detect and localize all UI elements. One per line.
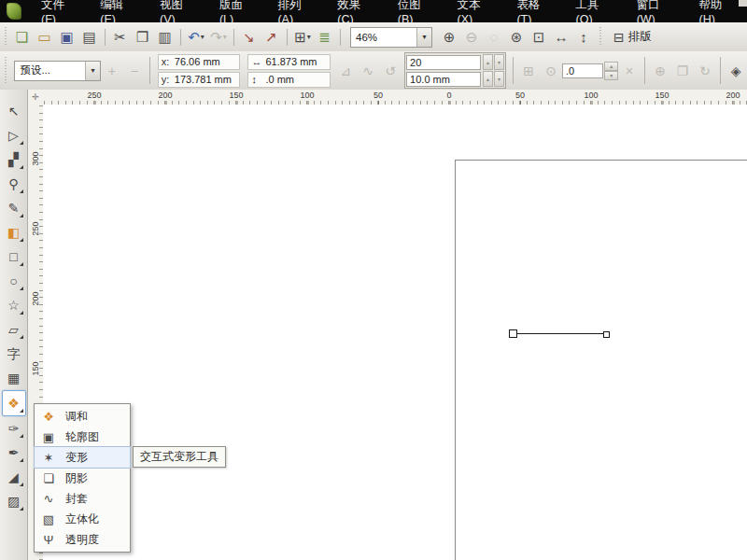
- toolbox: ↖ ▷ ▞ ⚲ ✎ ◧ □: [0, 90, 28, 560]
- flyout-transparency[interactable]: Ψ 透明度: [35, 529, 130, 550]
- random-distortion-icon[interactable]: ⊞: [519, 61, 538, 81]
- polygon-tool[interactable]: ☆: [3, 293, 25, 317]
- delete-preset-button[interactable]: −: [125, 61, 144, 81]
- smart-fill-tool[interactable]: ◧: [3, 220, 25, 245]
- preset-value: 预设...: [15, 63, 84, 77]
- welcome-screen-button[interactable]: ≣: [315, 26, 335, 49]
- add-preset-button[interactable]: +: [103, 61, 121, 81]
- flyout-contour[interactable]: ▣ 轮廓图: [35, 427, 130, 447]
- copy-button[interactable]: ❐: [133, 26, 153, 49]
- preset-combobox[interactable]: 预设... ▾: [14, 61, 100, 81]
- x-position-field[interactable]: x: 76.06 mm: [158, 54, 241, 70]
- menu-file[interactable]: 文件(F): [29, 0, 88, 22]
- twister-distortion-icon[interactable]: ↺: [381, 61, 400, 81]
- text-tool[interactable]: 字: [3, 342, 25, 366]
- center-distortion-icon[interactable]: ↻: [696, 61, 714, 81]
- zipper-distortion-icon[interactable]: ∿: [359, 61, 377, 81]
- zoom-out-button[interactable]: ⊖: [461, 26, 482, 49]
- zoom-level-combobox[interactable]: 46% ▾: [350, 27, 432, 48]
- clear-distortion-button[interactable]: ×: [620, 61, 639, 81]
- angle-field[interactable]: .0: [562, 63, 603, 78]
- layout-docker-button[interactable]: ⊟ 排版: [610, 27, 655, 47]
- blend-tool[interactable]: ❖: [2, 390, 26, 416]
- application-launcher-button[interactable]: ⊞ ▾: [292, 26, 313, 49]
- object-height-field[interactable]: ↕ .0 mm: [247, 72, 331, 88]
- table-tool[interactable]: ▦: [3, 366, 25, 390]
- menu-edit[interactable]: 编辑(E): [88, 0, 148, 22]
- print-button[interactable]: ▤: [79, 26, 100, 49]
- toolbar-grip[interactable]: [3, 57, 7, 84]
- rectangle-tool[interactable]: □: [3, 245, 25, 269]
- object-width-field[interactable]: ↔ 61.873 mm: [247, 54, 331, 70]
- convert-to-curves-button[interactable]: ◈: [726, 61, 745, 81]
- amplitude-spinner[interactable]: ▴▾: [482, 54, 504, 70]
- chevron-down-icon[interactable]: ▾: [85, 62, 100, 80]
- drawing-canvas[interactable]: [43, 105, 747, 560]
- menu-bitmaps[interactable]: 位图(B): [386, 0, 445, 22]
- amplitude-value: 20: [410, 57, 421, 68]
- menu-layout[interactable]: 版面(L): [207, 0, 266, 22]
- line-start-node[interactable]: [509, 329, 517, 338]
- toolbar-button[interactable]: [287, 29, 288, 46]
- import-button[interactable]: ↘: [239, 26, 260, 49]
- zoom-to-width-button[interactable]: ↔: [551, 26, 571, 49]
- basic-shapes-tool[interactable]: ▱: [3, 317, 25, 342]
- angle-spinner[interactable]: ▴▾: [604, 62, 618, 80]
- freehand-tool[interactable]: ✎: [3, 196, 25, 220]
- menu-arrange[interactable]: 排列(A): [265, 0, 325, 22]
- add-new-distortion-icon[interactable]: ⊕: [651, 61, 669, 81]
- toolbar-button[interactable]: [340, 29, 341, 46]
- menu-window[interactable]: 窗口(W): [625, 0, 687, 22]
- ellipse-tool[interactable]: ○: [3, 269, 25, 293]
- zoom-to-all-button[interactable]: ⊛: [506, 26, 527, 49]
- shape-tool[interactable]: ▷: [3, 123, 25, 147]
- menu-text[interactable]: 文本(X): [445, 0, 505, 22]
- undo-button[interactable]: ↶ ▾: [186, 26, 206, 49]
- save-button[interactable]: ▣: [57, 26, 78, 49]
- redo-button[interactable]: ↷ ▾: [208, 26, 229, 49]
- zoom-to-height-button[interactable]: ↕: [573, 26, 594, 49]
- menu-tools[interactable]: 工具(O): [564, 0, 625, 22]
- toolbar-button[interactable]: [105, 29, 106, 46]
- flyout-blend[interactable]: ❖ 调和: [35, 406, 130, 427]
- flyout-envelope[interactable]: ∿ 封套: [35, 488, 130, 509]
- zoom-tool[interactable]: ⚲: [3, 172, 25, 196]
- frequency-spinner[interactable]: ▴▾: [482, 71, 504, 87]
- outline-pen-tool[interactable]: ✒: [3, 441, 25, 465]
- menu-effects[interactable]: 效果(C): [325, 0, 385, 22]
- y-position-field[interactable]: y: 173.781 mm: [158, 72, 241, 88]
- toolbar-button[interactable]: [233, 29, 234, 46]
- y-value: 173.781 mm: [175, 74, 232, 85]
- toolbar-button[interactable]: [180, 29, 181, 46]
- flyout-extrude[interactable]: ▧ 立体化: [35, 509, 130, 529]
- push-pull-distortion-icon[interactable]: ⊿: [336, 61, 355, 81]
- smooth-distortion-icon[interactable]: ⊙: [542, 61, 560, 81]
- chevron-down-icon[interactable]: ▾: [416, 28, 431, 47]
- open-button[interactable]: ▭: [35, 26, 55, 49]
- zoom-in-button[interactable]: ⊕: [439, 26, 459, 49]
- menu-table[interactable]: 表格(T): [504, 0, 563, 22]
- paste-button[interactable]: ▥: [155, 26, 176, 49]
- line-object[interactable]: [516, 333, 604, 334]
- flyout-distort[interactable]: ✶ 变形: [35, 447, 130, 468]
- flyout-drop-shadow[interactable]: ❏ 阴影: [35, 468, 130, 488]
- ruler-origin[interactable]: ✛: [28, 90, 44, 105]
- zoom-to-selection-button[interactable]: ◌: [484, 26, 504, 49]
- export-button[interactable]: ↗: [261, 26, 282, 49]
- line-end-node[interactable]: [603, 331, 610, 338]
- fill-tool[interactable]: ◢: [3, 465, 25, 489]
- toolbar-grip[interactable]: [3, 27, 8, 48]
- menu-view[interactable]: 视图(V): [148, 0, 207, 22]
- pick-tool[interactable]: ↖: [3, 99, 25, 123]
- interactive-fill-tool[interactable]: ▨: [3, 489, 25, 513]
- frequency-field[interactable]: 10.0 mm: [406, 72, 481, 87]
- cut-button[interactable]: ✂: [110, 26, 131, 49]
- toolbar-grip[interactable]: [598, 27, 603, 48]
- horizontal-ruler: 250 200 150 100 50 0 50 100 150 200: [43, 90, 747, 105]
- zoom-to-page-button[interactable]: ⊡: [529, 26, 549, 49]
- crop-tool[interactable]: ▞: [3, 147, 25, 172]
- amplitude-field[interactable]: 20: [406, 55, 481, 70]
- new-document-button[interactable]: ❏: [12, 26, 33, 49]
- copy-distortion-properties-icon[interactable]: ❐: [673, 61, 692, 81]
- color-eyedropper-tool[interactable]: ✑: [3, 416, 25, 441]
